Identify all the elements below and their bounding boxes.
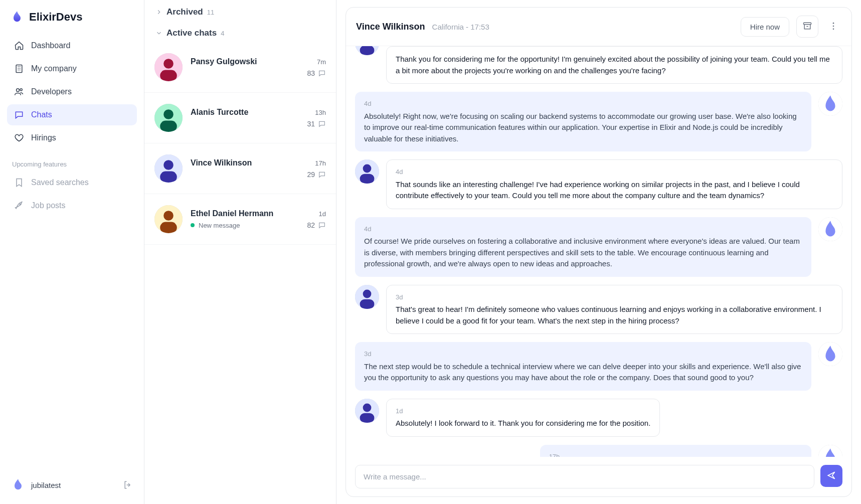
svg-point-2 <box>20 89 22 91</box>
conversation-time: 17h <box>315 159 326 167</box>
conversation-list: Archived 11 Active chats 4 Pansy Gulgows… <box>144 0 336 504</box>
archived-header[interactable]: Archived 11 <box>144 0 336 21</box>
message-text: That sounds like an interesting challeng… <box>396 180 800 200</box>
rocket-icon <box>14 201 24 211</box>
brand[interactable]: ElixirDevs <box>7 7 137 35</box>
nav-saved-searches[interactable]: Saved searches <box>7 172 137 193</box>
chat-bubble-icon <box>318 171 326 179</box>
chat-bubble-icon <box>318 221 326 229</box>
chat-bubble-icon <box>318 120 326 128</box>
bookmark-icon <box>14 178 24 188</box>
svg-rect-30 <box>360 299 375 308</box>
active-count: 4 <box>221 30 224 37</box>
avatar <box>154 104 183 132</box>
nav-label: Developers <box>31 87 72 96</box>
message-avatar <box>818 342 842 366</box>
archive-icon <box>802 21 812 33</box>
message-text: The next step would be to schedule a tec… <box>364 362 801 382</box>
nav-chats[interactable]: Chats <box>7 104 137 125</box>
more-menu-button[interactable] <box>825 16 841 38</box>
conversation-count: 83 <box>307 69 315 77</box>
message-row: 4d Of course! We pride ourselves on fost… <box>355 217 842 277</box>
conversation-name: Ethel Daniel Hermann <box>191 209 273 218</box>
conversation-item[interactable]: Pansy Gulgowski 7m 83 <box>144 42 336 93</box>
message-ts: 3d <box>364 349 802 359</box>
chat-icon <box>14 110 24 120</box>
send-icon <box>826 470 836 482</box>
nav-company[interactable]: My company <box>7 58 137 79</box>
svg-rect-16 <box>804 23 811 24</box>
svg-point-18 <box>833 25 834 27</box>
conversation-item[interactable]: Ethel Daniel Hermann 1d New message 82 <box>144 194 336 245</box>
message-text: That's great to hear! I'm definitely som… <box>396 305 821 325</box>
message-avatar <box>355 285 379 309</box>
svg-point-33 <box>363 403 372 412</box>
message-bubble: Thank you for considering me for the opp… <box>386 46 842 84</box>
message-ts: 17h <box>549 452 802 457</box>
nav-label: Dashboard <box>31 41 70 50</box>
conversation-item[interactable]: Alanis Turcotte 13h 31 <box>144 93 336 143</box>
nav-label: Saved searches <box>31 178 89 187</box>
user-name: jubilatest <box>31 481 117 489</box>
messages[interactable]: Thank you for considering me for the opp… <box>346 46 851 457</box>
conversation-name: Pansy Gulgowski <box>191 57 257 66</box>
user-avatar-icon <box>11 478 25 492</box>
message-avatar <box>818 445 842 457</box>
nav-label: Chats <box>31 110 52 119</box>
heart-icon <box>14 133 24 143</box>
message-avatar <box>818 92 842 116</box>
message-ts: 1d <box>396 406 650 416</box>
message-row: 3d That's great to hear! I'm definitely … <box>355 285 842 334</box>
message-row: 3d The next step would be to schedule a … <box>355 342 842 391</box>
conversation-time: 13h <box>315 109 326 116</box>
message-input[interactable] <box>355 465 814 488</box>
sidebar: ElixirDevs Dashboard My company Develope… <box>0 0 144 504</box>
message-text: Thank you for considering me for the opp… <box>396 55 830 75</box>
svg-rect-26 <box>360 174 375 184</box>
svg-point-8 <box>163 109 174 119</box>
message-bubble: 4d That sounds like an interesting chall… <box>386 159 842 209</box>
chat-bubble-icon <box>318 69 326 77</box>
nav-developers[interactable]: Developers <box>7 81 137 102</box>
svg-rect-12 <box>160 172 177 183</box>
svg-point-19 <box>833 28 834 30</box>
nav-job-posts[interactable]: Job posts <box>7 195 137 216</box>
sidebar-footer: jubilatest <box>7 473 137 497</box>
svg-point-29 <box>363 289 372 298</box>
chat-header: Vince Wilkinson California - 17:53 Hire … <box>346 8 851 46</box>
svg-rect-15 <box>160 222 177 233</box>
nav-dashboard[interactable]: Dashboard <box>7 35 137 56</box>
message-bubble: 17h Thank you for your interest! We'll b… <box>540 445 811 457</box>
nav-label: Hirings <box>31 133 56 142</box>
message-text: Absolutely! Right now, we're focusing on… <box>364 112 797 143</box>
conversation-count: 31 <box>307 120 315 128</box>
svg-point-17 <box>833 22 834 24</box>
message-avatar <box>355 159 379 184</box>
chat-card: Vince Wilkinson California - 17:53 Hire … <box>346 7 852 497</box>
archive-button[interactable] <box>796 16 818 38</box>
brand-name: ElixirDevs <box>29 11 82 24</box>
conversation-item[interactable]: Vince Wilkinson 17h 29 <box>144 143 336 194</box>
message-ts: 3d <box>396 292 833 302</box>
logout-icon[interactable] <box>123 480 133 490</box>
message-row: Thank you for considering me for the opp… <box>355 46 842 84</box>
send-button[interactable] <box>820 465 842 487</box>
home-icon <box>14 41 24 51</box>
nav-label: Job posts <box>31 201 65 210</box>
conversation-count: 29 <box>307 171 315 179</box>
message-row: 4d That sounds like an interesting chall… <box>355 159 842 209</box>
svg-rect-9 <box>160 121 177 132</box>
status-dot-icon <box>191 223 195 227</box>
message-row: 17h Thank you for your interest! We'll b… <box>355 445 842 457</box>
message-ts: 4d <box>364 99 802 109</box>
message-bubble: 4d Absolutely! Right now, we're focusing… <box>355 92 811 151</box>
svg-point-1 <box>17 89 20 92</box>
active-header[interactable]: Active chats 4 <box>144 21 336 42</box>
message-ts: 4d <box>364 224 802 234</box>
hire-now-button[interactable]: Hire now <box>741 17 789 37</box>
nav-hirings[interactable]: Hirings <box>7 127 137 148</box>
chat-panel: Vince Wilkinson California - 17:53 Hire … <box>336 0 861 504</box>
message-avatar <box>355 399 379 423</box>
chat-title: Vince Wilkinson <box>356 22 425 32</box>
nav-label: My company <box>31 64 77 73</box>
